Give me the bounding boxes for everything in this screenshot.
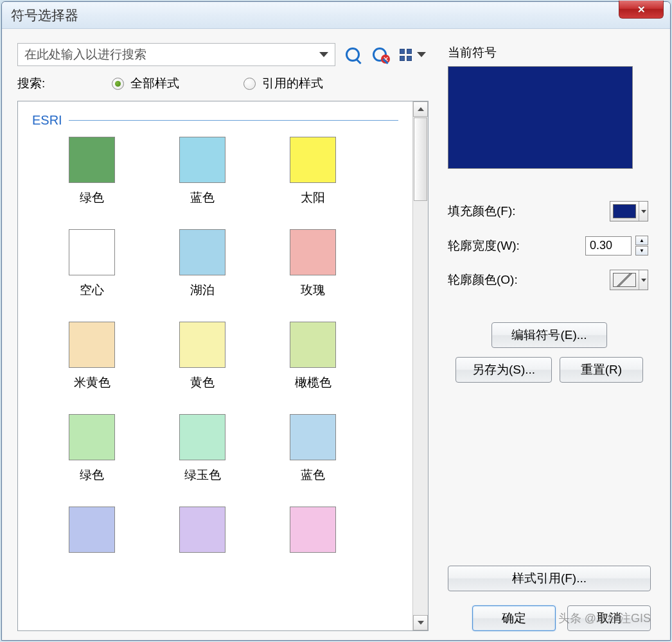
symbol-label: 太阳 [301, 189, 325, 206]
search-scope-row: 搜索: 全部样式 引用的样式 [17, 75, 429, 92]
symbol-swatch [290, 137, 336, 183]
symbol-item[interactable]: 绿色 [44, 137, 140, 206]
symbol-label: 湖泊 [190, 282, 215, 299]
symbol-item[interactable]: 蓝色 [265, 414, 361, 483]
symbol-item[interactable]: 湖泊 [154, 229, 251, 299]
symbol-item[interactable]: 米黄色 [44, 322, 140, 391]
symbol-item[interactable]: 空心 [44, 229, 140, 299]
search-clear-icon: ✕ [373, 48, 387, 62]
symbol-label: 橄榄色 [295, 374, 332, 391]
spin-up-button[interactable]: ▲ [635, 236, 648, 245]
chevron-down-icon [418, 621, 424, 625]
symbol-item[interactable] [265, 507, 361, 559]
search-placeholder: 在此处输入以进行搜索 [24, 46, 146, 63]
scroll-track[interactable] [413, 202, 428, 615]
outline-color-picker[interactable] [610, 270, 648, 290]
radio-label: 引用的样式 [262, 75, 323, 92]
outline-width-label: 轮廓宽度(W): [448, 238, 520, 254]
symbol-list[interactable]: ESRI 绿色蓝色太阳空心湖泊玫瑰米黄色黄色橄榄色绿色绿玉色蓝色 [18, 101, 412, 630]
outline-width-row: 轮廓宽度(W): ▲ ▼ [448, 236, 651, 256]
symbol-swatch [290, 229, 336, 275]
symbol-swatch [179, 322, 225, 368]
scroll-up-button[interactable] [413, 101, 428, 117]
symbol-label: 绿色 [80, 467, 104, 483]
spinner-buttons: ▲ ▼ [635, 236, 648, 256]
close-button[interactable]: ✕ [619, 1, 664, 19]
fill-color-picker[interactable] [610, 201, 648, 221]
symbol-item[interactable]: 玫瑰 [265, 229, 361, 299]
clear-search-button[interactable]: ✕ [370, 45, 389, 64]
scrollbar[interactable] [412, 101, 428, 630]
symbol-swatch [69, 137, 115, 183]
symbol-label: 绿玉色 [184, 467, 221, 483]
search-button[interactable] [343, 45, 362, 64]
search-row: 在此处输入以进行搜索 ✕ [17, 43, 429, 66]
symbol-item[interactable]: 绿玉色 [154, 414, 251, 483]
radio-label: 全部样式 [130, 75, 179, 92]
edit-symbol-button[interactable]: 编辑符号(E)... [491, 322, 607, 348]
symbol-swatch [69, 322, 115, 368]
symbol-label: 空心 [80, 282, 104, 299]
ok-button[interactable]: 确定 [472, 605, 556, 631]
symbol-swatch [179, 229, 225, 275]
symbol-item[interactable]: 蓝色 [154, 137, 251, 206]
fill-color-label: 填充颜色(F): [448, 203, 516, 220]
symbol-swatch [290, 507, 336, 553]
scroll-thumb[interactable] [414, 117, 427, 201]
symbol-item[interactable]: 橄榄色 [265, 322, 361, 391]
chevron-down-icon[interactable] [319, 52, 328, 57]
outline-color-row: 轮廓颜色(O): [448, 270, 651, 290]
search-label: 搜索: [17, 75, 45, 92]
symbol-swatch [69, 229, 115, 275]
dropdown-icon [639, 202, 648, 221]
radio-all-styles[interactable]: 全部样式 [112, 75, 179, 92]
color-swatch [613, 204, 636, 218]
color-swatch [613, 273, 636, 287]
symbol-item[interactable] [44, 507, 140, 559]
x-icon: ✕ [381, 55, 390, 64]
group-name: ESRI [32, 113, 62, 128]
symbol-label: 蓝色 [190, 189, 215, 206]
view-mode-button[interactable] [397, 49, 429, 61]
titlebar[interactable]: 符号选择器 ✕ [2, 2, 670, 29]
search-icon [346, 48, 360, 62]
cancel-button[interactable]: 取消 [567, 605, 651, 631]
symbol-swatch [179, 507, 225, 553]
save-as-button[interactable]: 另存为(S)... [455, 357, 552, 383]
search-input[interactable]: 在此处输入以进行搜索 [17, 43, 335, 66]
symbol-list-panel: ESRI 绿色蓝色太阳空心湖泊玫瑰米黄色黄色橄榄色绿色绿玉色蓝色 [17, 101, 429, 631]
outline-width-input[interactable] [585, 236, 632, 256]
symbol-label: 黄色 [190, 374, 215, 391]
divider [69, 120, 398, 121]
chevron-down-icon [417, 52, 426, 57]
symbol-label: 蓝色 [301, 467, 325, 483]
radio-icon [243, 78, 256, 90]
current-symbol-label: 当前符号 [448, 44, 651, 61]
symbol-swatch [290, 414, 336, 460]
footer-buttons: 确定 取消 [448, 600, 651, 631]
radio-referenced-styles[interactable]: 引用的样式 [243, 75, 323, 92]
radio-group: 全部样式 引用的样式 [60, 75, 323, 92]
close-icon: ✕ [637, 4, 646, 15]
style-reference-button[interactable]: 样式引用(F)... [448, 566, 651, 591]
outline-width-spinner: ▲ ▼ [585, 236, 648, 256]
save-reset-row: 另存为(S)... 重置(R) [448, 357, 651, 383]
radio-icon [112, 78, 124, 90]
symbol-preview [448, 66, 633, 169]
scroll-down-button[interactable] [413, 615, 428, 630]
symbol-grid: 绿色蓝色太阳空心湖泊玫瑰米黄色黄色橄榄色绿色绿玉色蓝色 [32, 137, 398, 559]
outline-color-label: 轮廓颜色(O): [448, 272, 518, 288]
symbol-item[interactable]: 太阳 [265, 137, 361, 206]
group-header: ESRI [32, 113, 398, 128]
symbol-item[interactable]: 绿色 [44, 414, 140, 483]
symbol-item[interactable]: 黄色 [154, 322, 251, 391]
symbol-swatch [179, 137, 225, 183]
symbol-label: 绿色 [80, 189, 104, 206]
edit-button-row: 编辑符号(E)... [448, 322, 651, 348]
reset-button[interactable]: 重置(R) [560, 357, 643, 383]
spin-down-button[interactable]: ▼ [635, 246, 648, 256]
symbol-item[interactable] [154, 507, 251, 559]
dialog-window: 符号选择器 ✕ 在此处输入以进行搜索 ✕ [1, 1, 671, 641]
symbol-swatch [290, 322, 336, 368]
content-area: 在此处输入以进行搜索 ✕ 搜索: [2, 29, 670, 640]
